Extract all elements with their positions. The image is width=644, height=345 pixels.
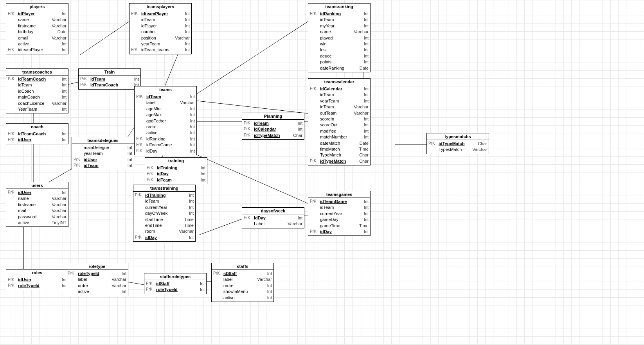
col-name: idTypeMatch	[320, 158, 358, 164]
col-key	[135, 217, 144, 223]
col-key: PrK	[135, 192, 144, 198]
table-row: PrKidTeamCoachInt	[80, 82, 139, 88]
col-type: Varchar	[52, 101, 67, 106]
svg-line-18	[192, 153, 308, 203]
col-name: idStaff	[156, 281, 198, 287]
table-header-daysofweek: daysofweek	[242, 208, 304, 214]
table-row: dateMatchDate	[310, 140, 369, 146]
table-row: matchNumberInt	[310, 134, 369, 140]
table-row: PrKroleTypeIdInt	[146, 287, 205, 293]
col-name: idteamPlayer	[141, 11, 183, 17]
col-type: Varchar	[52, 23, 67, 29]
table-header-roletype: roletype	[66, 263, 128, 270]
col-type: Char	[478, 141, 487, 147]
col-name: idPlayer	[18, 11, 60, 17]
col-type: Varchar	[180, 100, 195, 106]
col-type: Int	[364, 53, 369, 59]
table-header-staffs: staffs	[212, 263, 273, 270]
col-name: dateMatch	[320, 140, 358, 146]
col-name: mail	[18, 208, 50, 214]
col-type: Int	[364, 59, 369, 65]
col-key	[68, 277, 76, 282]
col-key	[8, 208, 16, 214]
col-key: PrK	[244, 126, 252, 132]
col-key: PrK	[135, 235, 144, 241]
table-header-coach: coach	[6, 124, 68, 130]
col-name: number	[141, 29, 183, 35]
col-key: PrK	[68, 271, 76, 277]
col-name: name	[320, 29, 352, 35]
col-name: idTeam	[145, 198, 187, 204]
table-users: usersPrKidUserIntnameVarcharfirstnameVar…	[6, 182, 68, 227]
table-row: nameVarchar	[8, 17, 67, 23]
col-type: Int	[62, 106, 67, 112]
table-typesmatchs: typesmatchsPrKidTypeMatchCharTypesMatchV…	[426, 133, 489, 154]
col-type: Int	[364, 211, 369, 217]
table-row: activeInt	[136, 130, 195, 136]
col-name: idCalendar	[320, 86, 362, 92]
table-row: PrKidTeamInt	[136, 94, 195, 100]
table-row: dateRankingDate	[310, 65, 369, 71]
col-type: Int	[364, 98, 369, 104]
col-name: idUser	[18, 277, 60, 283]
col-name: email	[18, 35, 50, 41]
table-row: PrKidPlayerInt	[8, 11, 67, 17]
col-key: PrK	[213, 271, 222, 277]
col-type: Int	[128, 157, 132, 163]
col-type: Int	[189, 210, 194, 216]
table-body-teams: PrKidTeamIntlabelVarcharageMinIntageMaxI…	[135, 93, 196, 155]
table-body-roletype: PrKroleTypeIdIntlabelVarcharordreVarchar…	[66, 270, 128, 296]
col-type: Time	[359, 223, 369, 229]
col-name: lost	[320, 47, 362, 53]
table-body-staffsroletypes: PrKidStaffIntPrKroleTypeIdInt	[144, 280, 206, 294]
col-key	[68, 289, 76, 295]
col-key	[136, 130, 145, 136]
table-header-teamsdelegues: teamsdelegues	[72, 137, 134, 144]
col-type: Char	[293, 133, 302, 138]
table-row: ageMaxInt	[136, 112, 195, 118]
col-key	[8, 101, 16, 106]
col-name: idCalendar	[254, 126, 296, 132]
col-type: Varchar	[52, 35, 67, 41]
table-row: godFatherInt	[136, 118, 195, 124]
table-row: PrKidTrainingInt	[147, 165, 205, 171]
col-type: Int	[267, 271, 272, 277]
col-type: Time	[184, 223, 194, 228]
col-type: Int	[189, 192, 194, 198]
col-type: Int	[190, 124, 195, 130]
table-row: firstnameVarchar	[8, 23, 67, 29]
table-header-training: training	[145, 158, 207, 164]
col-type: Int	[128, 163, 132, 169]
col-name: roleTypeId	[18, 283, 60, 289]
table-header-staffsroletypes: staffsroletypes	[144, 273, 206, 280]
table-row: nameVarchar	[310, 29, 369, 35]
col-type: Int	[201, 171, 205, 177]
table-teams: teamsPrKidTeamIntlabelVarcharageMinIntag…	[134, 86, 197, 155]
col-type: Int	[62, 47, 67, 53]
table-row: idTeamInt	[8, 82, 67, 88]
col-name: idPlayer	[141, 23, 183, 29]
col-type: Time	[184, 217, 194, 223]
col-name: idTypeMatch	[254, 133, 291, 138]
col-name: roleTypeId	[78, 271, 120, 277]
col-type: Int	[364, 41, 369, 47]
col-key	[310, 134, 318, 140]
col-name: matchNumber	[320, 134, 362, 140]
col-key: PrK	[80, 82, 89, 88]
col-name: name	[18, 196, 50, 201]
col-key	[310, 110, 318, 116]
table-row: LabelVarchar	[244, 221, 302, 227]
col-key: PrK	[146, 287, 155, 293]
col-name: idDay	[146, 148, 189, 154]
col-name: idTeam	[84, 163, 126, 169]
col-name: password	[18, 214, 50, 220]
col-type: Int	[62, 41, 67, 47]
col-name: gameTime	[320, 223, 358, 229]
col-type: Int	[190, 118, 195, 124]
table-header-teams: teams	[135, 86, 196, 93]
col-key	[310, 217, 318, 223]
col-name: active	[146, 130, 189, 136]
col-name: ageMin	[146, 106, 189, 112]
table-header-teamsgames: teamsgames	[308, 191, 370, 198]
table-teamscalendar: teamscalendarPrKidCalendarIntidTeamIntye…	[308, 78, 371, 165]
